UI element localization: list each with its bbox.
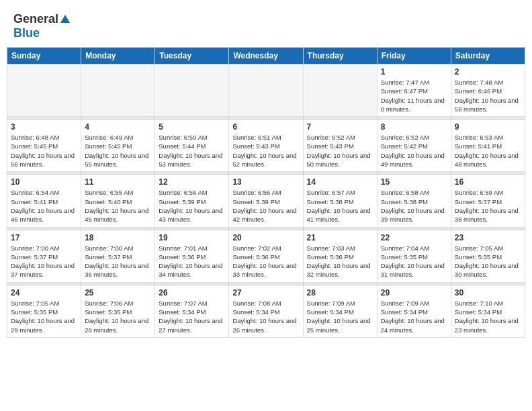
calendar-cell: 28Sunrise: 7:09 AM Sunset: 5:34 PM Dayli… [303, 285, 377, 337]
weekday-header-friday: Friday [377, 48, 451, 64]
logo: General Blue [13, 12, 70, 40]
day-info: Sunrise: 7:03 AM Sunset: 5:36 PM Dayligh… [307, 244, 373, 279]
calendar-cell: 24Sunrise: 7:05 AM Sunset: 5:35 PM Dayli… [7, 285, 81, 337]
week-row-4: 17Sunrise: 7:00 AM Sunset: 5:37 PM Dayli… [7, 230, 525, 282]
day-info: Sunrise: 7:00 AM Sunset: 5:37 PM Dayligh… [85, 244, 151, 279]
day-info: Sunrise: 6:56 AM Sunset: 5:39 PM Dayligh… [232, 188, 299, 224]
calendar-cell: 27Sunrise: 7:08 AM Sunset: 5:34 PM Dayli… [229, 285, 303, 337]
logo-blue-text: Blue [13, 26, 40, 40]
day-info: Sunrise: 6:55 AM Sunset: 5:40 PM Dayligh… [85, 188, 151, 224]
day-number: 16 [455, 177, 521, 187]
calendar-cell: 16Sunrise: 6:59 AM Sunset: 5:37 PM Dayli… [451, 175, 525, 227]
calendar-cell: 1Sunrise: 7:47 AM Sunset: 6:47 PM Daylig… [377, 64, 451, 117]
weekday-header-row: SundayMondayTuesdayWednesdayThursdayFrid… [7, 48, 525, 64]
day-number: 9 [455, 122, 521, 132]
calendar-cell: 26Sunrise: 7:07 AM Sunset: 5:34 PM Dayli… [155, 285, 229, 337]
day-info: Sunrise: 7:02 AM Sunset: 5:36 PM Dayligh… [232, 244, 299, 279]
day-number: 15 [381, 177, 447, 187]
calendar-cell: 19Sunrise: 7:01 AM Sunset: 5:36 PM Dayli… [155, 230, 229, 282]
day-number: 26 [159, 288, 225, 298]
calendar-cell [303, 64, 377, 117]
weekday-header-sunday: Sunday [7, 48, 81, 64]
day-info: Sunrise: 6:50 AM Sunset: 5:44 PM Dayligh… [159, 133, 225, 169]
day-number: 25 [85, 288, 151, 298]
calendar-cell: 5Sunrise: 6:50 AM Sunset: 5:44 PM Daylig… [155, 120, 229, 172]
weekday-header-wednesday: Wednesday [229, 48, 303, 64]
day-info: Sunrise: 6:49 AM Sunset: 5:45 PM Dayligh… [85, 133, 151, 169]
day-info: Sunrise: 7:01 AM Sunset: 5:36 PM Dayligh… [159, 244, 225, 279]
header: General Blue [7, 7, 525, 44]
calendar-cell [81, 64, 155, 117]
day-number: 30 [455, 288, 521, 298]
calendar-cell: 20Sunrise: 7:02 AM Sunset: 5:36 PM Dayli… [229, 230, 303, 282]
calendar-cell: 10Sunrise: 6:54 AM Sunset: 5:41 PM Dayli… [7, 175, 81, 227]
day-info: Sunrise: 6:57 AM Sunset: 5:38 PM Dayligh… [307, 188, 373, 224]
day-number: 22 [381, 233, 447, 242]
week-row-5: 24Sunrise: 7:05 AM Sunset: 5:35 PM Dayli… [7, 285, 525, 337]
day-info: Sunrise: 6:53 AM Sunset: 5:41 PM Dayligh… [455, 133, 521, 169]
calendar-cell: 30Sunrise: 7:10 AM Sunset: 5:34 PM Dayli… [451, 285, 525, 337]
day-info: Sunrise: 6:58 AM Sunset: 5:38 PM Dayligh… [381, 188, 447, 224]
day-number: 11 [85, 177, 151, 187]
calendar-cell [229, 64, 303, 117]
week-row-3: 10Sunrise: 6:54 AM Sunset: 5:41 PM Dayli… [7, 175, 525, 227]
day-number: 7 [307, 122, 373, 132]
day-number: 2 [455, 67, 521, 77]
day-info: Sunrise: 7:07 AM Sunset: 5:34 PM Dayligh… [159, 299, 225, 334]
logo-triangle-icon [60, 15, 70, 23]
day-number: 13 [232, 177, 299, 187]
day-number: 14 [307, 177, 373, 187]
day-number: 12 [159, 177, 225, 187]
calendar-cell: 23Sunrise: 7:05 AM Sunset: 5:35 PM Dayli… [451, 230, 525, 282]
calendar-cell: 29Sunrise: 7:09 AM Sunset: 5:34 PM Dayli… [377, 285, 451, 337]
day-info: Sunrise: 7:00 AM Sunset: 5:37 PM Dayligh… [11, 244, 77, 279]
calendar-cell: 3Sunrise: 6:48 AM Sunset: 5:45 PM Daylig… [7, 120, 81, 172]
day-info: Sunrise: 7:05 AM Sunset: 5:35 PM Dayligh… [11, 299, 77, 334]
day-number: 28 [307, 288, 373, 298]
calendar-cell [7, 64, 81, 117]
day-number: 17 [11, 233, 77, 242]
day-info: Sunrise: 7:48 AM Sunset: 6:46 PM Dayligh… [455, 78, 521, 113]
day-info: Sunrise: 7:05 AM Sunset: 5:35 PM Dayligh… [455, 244, 521, 279]
day-info: Sunrise: 6:52 AM Sunset: 5:43 PM Dayligh… [307, 133, 373, 169]
day-number: 23 [455, 233, 521, 242]
day-info: Sunrise: 7:10 AM Sunset: 5:34 PM Dayligh… [455, 299, 521, 334]
day-number: 10 [11, 177, 77, 187]
day-number: 21 [307, 233, 373, 242]
day-info: Sunrise: 6:48 AM Sunset: 5:45 PM Dayligh… [11, 133, 77, 169]
day-info: Sunrise: 7:09 AM Sunset: 5:34 PM Dayligh… [307, 299, 373, 334]
day-info: Sunrise: 7:06 AM Sunset: 5:35 PM Dayligh… [85, 299, 151, 334]
day-number: 6 [232, 122, 299, 132]
calendar-cell: 21Sunrise: 7:03 AM Sunset: 5:36 PM Dayli… [303, 230, 377, 282]
calendar-cell: 6Sunrise: 6:51 AM Sunset: 5:43 PM Daylig… [229, 120, 303, 172]
day-info: Sunrise: 7:09 AM Sunset: 5:34 PM Dayligh… [381, 299, 447, 334]
day-number: 24 [11, 288, 77, 298]
day-info: Sunrise: 6:51 AM Sunset: 5:43 PM Dayligh… [232, 133, 299, 169]
calendar-cell: 18Sunrise: 7:00 AM Sunset: 5:37 PM Dayli… [81, 230, 155, 282]
day-info: Sunrise: 6:56 AM Sunset: 5:39 PM Dayligh… [159, 188, 225, 224]
day-info: Sunrise: 6:54 AM Sunset: 5:41 PM Dayligh… [11, 188, 77, 224]
weekday-header-monday: Monday [81, 48, 155, 64]
day-info: Sunrise: 7:08 AM Sunset: 5:34 PM Dayligh… [232, 299, 299, 334]
day-number: 27 [232, 288, 299, 298]
calendar-cell: 8Sunrise: 6:52 AM Sunset: 5:42 PM Daylig… [377, 120, 451, 172]
day-number: 5 [159, 122, 225, 132]
day-number: 4 [85, 122, 151, 132]
day-number: 19 [159, 233, 225, 242]
weekday-header-saturday: Saturday [451, 48, 525, 64]
day-info: Sunrise: 6:52 AM Sunset: 5:42 PM Dayligh… [381, 133, 447, 169]
calendar-cell: 15Sunrise: 6:58 AM Sunset: 5:38 PM Dayli… [377, 175, 451, 227]
week-row-1: 1Sunrise: 7:47 AM Sunset: 6:47 PM Daylig… [7, 64, 525, 117]
calendar-cell: 4Sunrise: 6:49 AM Sunset: 5:45 PM Daylig… [81, 120, 155, 172]
calendar-cell: 2Sunrise: 7:48 AM Sunset: 6:46 PM Daylig… [451, 64, 525, 117]
day-info: Sunrise: 7:47 AM Sunset: 6:47 PM Dayligh… [381, 78, 447, 113]
calendar-cell [155, 64, 229, 117]
day-number: 1 [381, 67, 447, 77]
weekday-header-tuesday: Tuesday [155, 48, 229, 64]
calendar-cell: 7Sunrise: 6:52 AM Sunset: 5:43 PM Daylig… [303, 120, 377, 172]
day-number: 18 [85, 233, 151, 242]
day-info: Sunrise: 7:04 AM Sunset: 5:35 PM Dayligh… [381, 244, 447, 279]
calendar-cell: 13Sunrise: 6:56 AM Sunset: 5:39 PM Dayli… [229, 175, 303, 227]
calendar-cell: 11Sunrise: 6:55 AM Sunset: 5:40 PM Dayli… [81, 175, 155, 227]
day-number: 3 [11, 122, 77, 132]
